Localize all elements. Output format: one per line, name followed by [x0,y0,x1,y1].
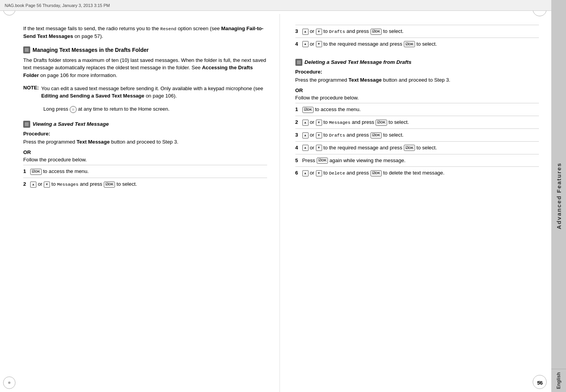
ok-btn-3a: ☑OK [370,29,382,35]
section3-title: Deleting a Saved Text Message from Draft… [305,59,412,65]
right-column: 3 ▲ or ▼ to Drafts and press ☑OK to sele… [280,14,552,392]
right-step-3: 3 ▲ or ▼ to Drafts and press ☑OK to sele… [295,128,539,141]
ok-btn-r5: ☑OK [317,157,328,164]
section2-title: Viewing a Saved Text Message [33,121,109,127]
right-step-4a: 4 ▲ or ▼ to the required message and pre… [295,38,539,50]
section2-procedure-label: Procedure: [23,131,267,137]
section1-heading: Managing Text Messages in the Drafts Fol… [23,46,267,53]
ok-btn-1: ☑OK [30,169,42,175]
up-btn-r2: ▲ [302,120,309,126]
right-step-1: 1 ☑OK to access the menu. [295,103,539,116]
section2-icon [23,121,30,128]
section2-procedure-text: Press the programmed Text Message button… [23,138,267,146]
right-step-4: 4 ▲ or ▼ to the required message and pre… [295,141,539,154]
ok-btn-r6: ☑OK [370,170,382,176]
section1-icon [23,46,30,53]
down-btn-r6: ▼ [316,170,322,176]
section3-follow: Follow the procedure below. [295,95,539,101]
sidebar-label: Advanced Features [556,163,562,229]
section3-or: OR [295,87,539,93]
right-step-2: 2 ▲ or ▼ to Messages and press ☑OK to se… [295,116,539,128]
ok-btn-4a: ☑OK [404,41,415,47]
header-bar: NAG.book Page 56 Thursday, January 3, 20… [0,0,551,11]
section1-body: The Drafts folder stores a maximum of te… [23,56,267,79]
section2-or: OR [23,149,267,155]
ok-btn-2: ☑OK [104,181,115,188]
section3-heading: Deleting a Saved Text Message from Draft… [295,59,539,66]
note-block: NOTE: You can edit a saved text message … [23,85,267,100]
left-step-1: 1 ☑OK to access the menu. [23,165,267,178]
up-btn-2: ▲ [30,181,36,188]
right-step-5: 5 Press ☑OK again while viewing the mess… [295,154,539,167]
intro-paragraph: If the text message fails to send, the r… [23,25,267,40]
note-content: You can edit a saved text message before… [41,85,267,100]
note-indent: Long press ⌂ at any time to return to th… [43,105,267,113]
ok-btn-r4: ☑OK [404,145,415,151]
left-column: If the text message fails to send, the r… [0,14,280,392]
sidebar-tab: Advanced Features [551,0,566,392]
ok-btn-r3: ☑OK [370,132,382,139]
up-btn-r3: ▲ [302,132,309,139]
section1-title: Managing Text Messages in the Drafts Fol… [33,47,149,53]
down-btn-r3: ▼ [316,132,322,139]
section2-follow: Follow the procedure below. [23,157,267,163]
english-tab: English [551,369,566,392]
down-btn-2: ▼ [44,181,50,188]
section3-icon [295,59,302,66]
down-btn-r4: ▼ [316,145,322,151]
up-btn-4a: ▲ [302,41,309,47]
content-wrapper: If the text message fails to send, the r… [0,14,551,392]
english-label: English [556,372,561,389]
section2-heading: Viewing a Saved Text Message [23,121,267,128]
section3-procedure-text: Press the programmed Text Message button… [295,76,539,84]
up-btn-r6: ▲ [302,170,309,176]
up-btn-3a: ▲ [302,29,309,35]
right-step-6: 6 ▲ or ▼ to Delete and press ☑OK to dele… [295,166,539,179]
ok-btn-r1: ☑OK [302,107,314,113]
up-btn-r4: ▲ [302,145,309,151]
left-step-2: 2 ▲ or ▼ to Messages and press ☑OK to se… [23,178,267,190]
right-step-3a: 3 ▲ or ▼ to Drafts and press ☑OK to sele… [295,25,539,38]
down-btn-4a: ▼ [316,41,322,47]
note-label: NOTE: [23,85,39,91]
ok-btn-r2: ☑OK [376,120,387,126]
page-number: 56 [537,380,543,386]
down-btn-3a: ▼ [316,29,322,35]
section3-procedure-label: Procedure: [295,69,539,75]
down-btn-r2: ▼ [316,120,322,126]
header-text: NAG.book Page 56 Thursday, January 3, 20… [5,3,110,8]
home-btn-icon: ⌂ [70,106,77,113]
